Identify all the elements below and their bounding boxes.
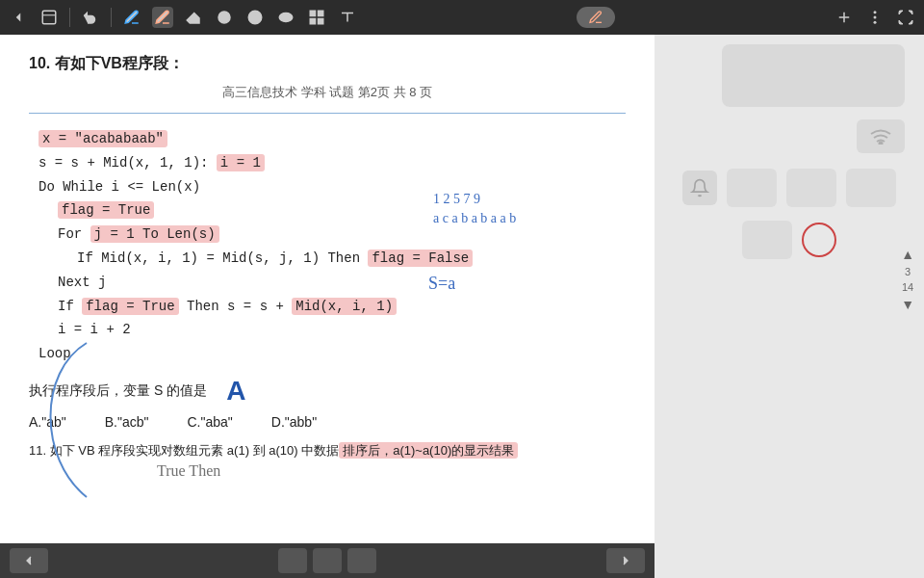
svg-rect-9 <box>310 19 315 24</box>
code-line-1: x = "acababaab" <box>38 128 626 151</box>
svg-point-2 <box>218 12 230 23</box>
page-content: 10. 有如下VB程序段： 高三信息技术 学科 试题 第2页 共 8 页 x =… <box>0 35 654 479</box>
svg-rect-8 <box>319 11 323 15</box>
rp-wifi-row <box>664 119 914 153</box>
code-line-7: Next j <box>58 272 626 295</box>
code-highlight-flag-true-2: flag = True <box>82 298 178 315</box>
shape-icon[interactable] <box>214 7 235 28</box>
plus-icon[interactable] <box>834 7 855 28</box>
code-line-6: If Mid(x, i, 1) = Mid(s, j, 1) Then flag… <box>77 248 626 271</box>
more-vert-icon[interactable] <box>864 7 886 28</box>
book-icon[interactable] <box>38 7 60 28</box>
document-area: 10. 有如下VB程序段： 高三信息技术 学科 试题 第2页 共 8 页 x =… <box>0 35 654 578</box>
top-toolbar <box>0 0 924 35</box>
code-highlight-mid: Mid(x, i, 1) <box>292 298 397 315</box>
nav-down-arrow[interactable]: ▼ <box>901 297 914 312</box>
choice-a: A."ab" <box>29 414 66 430</box>
page-info: 高三信息技术 学科 试题 第2页 共 8 页 <box>29 84 626 101</box>
nav-arrows: ▲ 3 14 ▼ <box>901 247 914 312</box>
code-highlight-i: i = 1 <box>217 154 265 171</box>
toolbar-center <box>577 7 615 28</box>
code-line-8: If flag = True Then s = s + Mid(x, i, 1) <box>58 296 626 319</box>
svg-rect-7 <box>310 11 315 15</box>
bottom-toolbar <box>0 543 654 578</box>
choice-c: C."aba" <box>188 414 233 430</box>
rp-button-row-1 <box>682 169 896 207</box>
palette-icon[interactable] <box>244 7 266 28</box>
question-10-header: 10. 有如下VB程序段： <box>29 54 626 74</box>
choice-d: D."abb" <box>271 414 317 430</box>
svg-point-15 <box>874 11 877 13</box>
code-highlight-for-j: j = 1 To Len(s) <box>90 225 219 243</box>
code-line-9: i = i + 2 <box>58 319 626 342</box>
bottom-center-btns <box>278 548 376 573</box>
question-11-partial: 11. 如下 VB 程序段实现对数组元素 a(1) 到 a(10) 中数据排序后… <box>29 441 626 460</box>
code-highlight-flag-true: flag = True <box>58 201 154 219</box>
bottom-back-btn[interactable] <box>10 548 48 573</box>
answer-letter: A <box>226 376 245 407</box>
choices-row: A."ab" B."acb" C."aba" D."abb" <box>29 414 626 430</box>
svg-rect-10 <box>319 19 323 24</box>
q11-text: 11. 如下 VB 程序段实现对数组元素 a(1) 到 a(10) 中数据排序后… <box>29 442 518 459</box>
nav-label-14: 14 <box>902 281 913 293</box>
svg-point-3 <box>248 11 262 24</box>
text-icon[interactable] <box>337 7 358 28</box>
section-divider <box>29 113 626 114</box>
rp-top-widget <box>722 44 905 107</box>
code-block: x = "acababaab" s = s + Mid(x, 1, 1): i … <box>38 128 626 366</box>
rp-button-row-2 <box>742 221 836 259</box>
code-line-5: For j = 1 To Len(s) <box>58 223 626 247</box>
nav-label-3: 3 <box>905 266 911 277</box>
q11-highlight: 排序后，a(1)~a(10)的显示结果 <box>339 442 518 459</box>
code-highlight-flag-false: flag = False <box>368 250 473 267</box>
lasso-icon[interactable] <box>275 7 296 28</box>
grid-icon[interactable] <box>306 7 327 28</box>
rp-wifi-widget <box>857 119 905 153</box>
code-line-10: Loop <box>38 343 626 366</box>
toolbar-left <box>8 7 358 28</box>
svg-point-17 <box>874 21 877 24</box>
rp-btn-3[interactable] <box>846 169 896 207</box>
rp-btn-1[interactable] <box>727 169 777 207</box>
right-panel: ▲ 3 14 ▼ <box>654 35 924 578</box>
svg-point-6 <box>279 13 293 22</box>
bottom-forward-btn[interactable] <box>606 548 645 573</box>
code-line-3: Do While i <= Len(x) <box>38 176 626 199</box>
bottom-btn-3[interactable] <box>347 548 376 573</box>
svg-rect-0 <box>42 11 56 24</box>
pen-icon[interactable] <box>121 7 142 28</box>
svg-point-4 <box>252 14 254 16</box>
rp-btn-4[interactable] <box>742 221 792 259</box>
choice-b: B."acb" <box>105 414 149 430</box>
active-tool-badge <box>577 7 615 28</box>
bottom-btn-1[interactable] <box>278 548 307 573</box>
rp-btn-2[interactable] <box>786 169 836 207</box>
code-highlight-x: x = "acababaab" <box>38 130 167 147</box>
rp-red-circle <box>802 223 836 257</box>
answer-row: 执行程序段后，变量 S 的值是 A <box>29 376 626 407</box>
bottom-btn-2[interactable] <box>313 548 342 573</box>
rp-bell-icon[interactable] <box>682 171 717 205</box>
toolbar-right <box>834 7 916 28</box>
svg-point-5 <box>256 14 258 16</box>
fullscreen-icon[interactable] <box>895 7 916 28</box>
code-line-2: s = s + Mid(x, 1, 1): i = 1 <box>38 152 626 175</box>
svg-point-16 <box>874 16 877 19</box>
code-line-4: flag = True <box>58 199 626 223</box>
eraser-icon[interactable] <box>183 7 204 28</box>
answer-description: 执行程序段后，变量 S 的值是 <box>29 382 207 400</box>
marker-icon[interactable] <box>152 7 173 28</box>
svg-point-20 <box>880 142 883 144</box>
undo-button[interactable] <box>80 7 101 28</box>
nav-up-arrow[interactable]: ▲ <box>901 247 914 262</box>
back-button[interactable] <box>8 7 29 28</box>
